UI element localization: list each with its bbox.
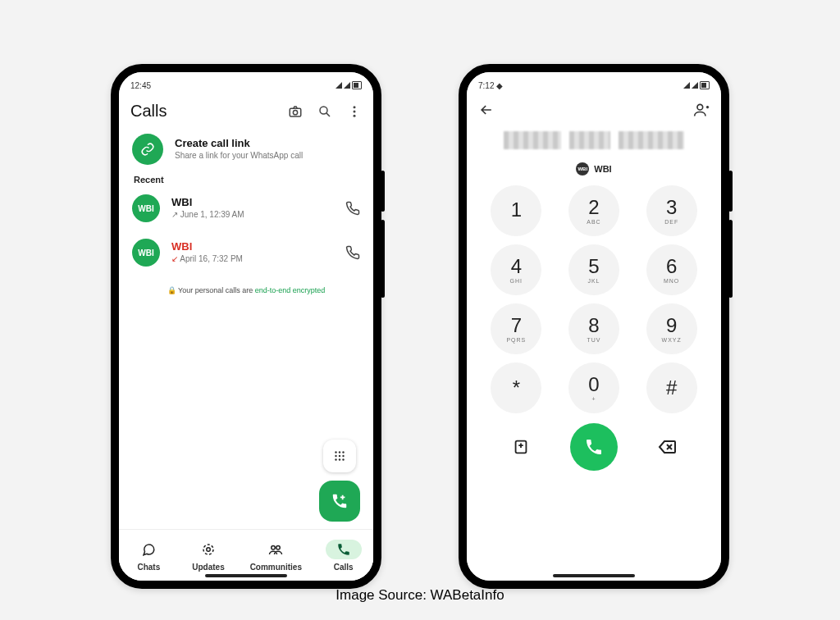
key-5[interactable]: 5JKL: [568, 244, 619, 295]
create-link-sub: Share a link for your WhatsApp call: [175, 150, 360, 162]
recent-label: Recent: [119, 173, 373, 186]
link-icon: [132, 134, 163, 165]
redacted-number: [475, 131, 713, 149]
signal-icon: [692, 82, 698, 89]
svg-point-12: [342, 455, 344, 457]
battery-icon: [352, 81, 362, 89]
svg-point-10: [335, 455, 336, 457]
phone-side-button: [381, 220, 385, 298]
svg-line-3: [326, 112, 330, 116]
key-star[interactable]: *: [491, 362, 541, 413]
key-1[interactable]: 1: [491, 185, 541, 236]
svg-point-13: [335, 458, 336, 460]
phone-mockup-calls: 12:45 Calls: [111, 64, 381, 589]
clock: 7:12: [478, 81, 494, 90]
gesture-bar: [553, 574, 635, 577]
dial-call-button[interactable]: [570, 423, 618, 471]
svg-point-4: [354, 106, 356, 108]
dialpad-fab[interactable]: [323, 440, 356, 472]
missed-arrow-icon: ↙: [171, 254, 178, 263]
svg-point-14: [339, 458, 340, 460]
dial-pad: 1 2ABC 3DEF 4GHI 5JKL 6MNO 7PQRS 8TUV 9W…: [467, 177, 721, 418]
lock-icon: 🔒: [167, 286, 176, 294]
svg-point-9: [342, 451, 344, 453]
key-hash[interactable]: #: [646, 362, 697, 413]
tab-chats[interactable]: Chats: [130, 540, 167, 572]
cloud-icon: ◆: [496, 81, 503, 90]
wifi-icon: [344, 82, 350, 89]
bottom-nav: Chats Updates Communities Calls: [119, 529, 373, 581]
phone-side-button: [728, 220, 733, 298]
avatar: WBI: [576, 162, 589, 176]
battery-icon: [700, 81, 710, 89]
wifi-icon: [683, 82, 690, 89]
add-contact-action-icon[interactable]: [510, 436, 532, 458]
svg-point-16: [207, 547, 211, 551]
svg-point-2: [320, 107, 327, 114]
camera-icon[interactable]: [288, 104, 303, 119]
phone-side-button: [728, 171, 733, 212]
gesture-bar: [205, 574, 287, 577]
status-bar: 12:45: [119, 72, 373, 95]
call-log-item[interactable]: WBI WBI ↙ April 16, 7:32 PM: [119, 230, 373, 275]
phone-side-button: [381, 171, 385, 212]
call-log-item[interactable]: WBI WBI ↗ June 1, 12:39 AM: [119, 186, 373, 230]
svg-point-20: [697, 104, 703, 110]
key-7[interactable]: 7PQRS: [491, 303, 541, 354]
svg-point-5: [354, 110, 356, 112]
create-call-link[interactable]: Create call link Share a link for your W…: [119, 125, 373, 173]
outgoing-arrow-icon: ↗: [171, 210, 178, 219]
search-icon[interactable]: [317, 104, 332, 119]
contact-suggestion[interactable]: WBI WBI: [576, 162, 611, 176]
phone-mockup-dialer: 7:12 ◆ WBI WBI: [459, 64, 729, 589]
contact-name: WBI: [171, 196, 334, 209]
image-caption: Image Source: WABetaInfo: [0, 587, 840, 604]
svg-point-15: [342, 458, 344, 460]
more-icon[interactable]: [347, 104, 362, 119]
svg-point-17: [203, 545, 213, 554]
key-4[interactable]: 4GHI: [491, 244, 541, 295]
svg-point-7: [335, 451, 336, 453]
key-0[interactable]: 0+: [568, 362, 619, 413]
status-bar: 7:12 ◆: [467, 72, 721, 95]
call-action-icon[interactable]: [345, 201, 360, 216]
svg-point-1: [293, 110, 297, 114]
page-title: Calls: [130, 102, 167, 121]
call-time: June 1, 12:39 AM: [180, 210, 244, 219]
avatar: WBI: [132, 194, 160, 222]
svg-point-18: [272, 545, 276, 549]
avatar: WBI: [132, 239, 160, 267]
signal-icon: [336, 82, 342, 89]
key-2[interactable]: 2ABC: [568, 185, 619, 236]
add-person-icon[interactable]: [693, 102, 710, 118]
status-icons: [336, 81, 362, 89]
key-3[interactable]: 3DEF: [646, 185, 697, 236]
new-call-fab[interactable]: [319, 481, 360, 522]
svg-point-8: [339, 451, 340, 453]
dialed-number-area: WBI WBI: [467, 125, 721, 177]
tab-updates[interactable]: Updates: [190, 540, 226, 572]
clock: 12:45: [130, 81, 151, 90]
key-8[interactable]: 8TUV: [568, 303, 619, 354]
svg-point-19: [276, 545, 281, 549]
backspace-icon[interactable]: [656, 436, 678, 458]
status-icons: [683, 81, 710, 89]
tab-communities[interactable]: Communities: [250, 540, 302, 572]
key-9[interactable]: 9WXYZ: [646, 303, 697, 354]
back-icon[interactable]: [478, 102, 495, 118]
app-bar: Calls: [119, 95, 373, 125]
encryption-notice: 🔒 Your personal calls are end-to-end enc…: [119, 275, 373, 306]
svg-point-11: [339, 455, 340, 457]
svg-point-6: [354, 114, 356, 116]
call-action-icon[interactable]: [345, 245, 360, 260]
svg-rect-0: [290, 108, 301, 116]
create-link-title: Create call link: [175, 137, 360, 150]
key-6[interactable]: 6MNO: [646, 244, 697, 295]
tab-calls[interactable]: Calls: [326, 540, 362, 572]
encryption-link[interactable]: end-to-end encrypted: [255, 286, 326, 294]
call-time: April 16, 7:32 PM: [180, 254, 243, 263]
contact-name: WBI: [171, 240, 334, 253]
